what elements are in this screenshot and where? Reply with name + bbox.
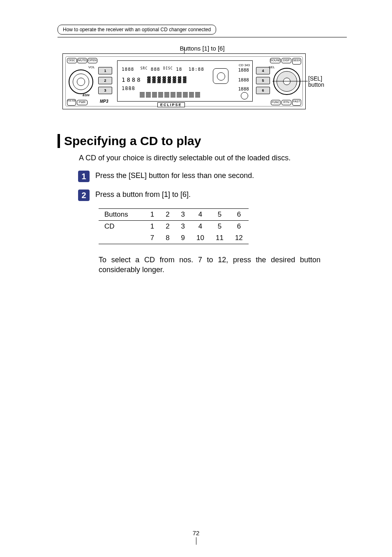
device-diagram: DISC MUTE OPEN VOL ESN FM AM PWR 1 2 3 C… [62, 53, 342, 109]
seek-button[interactable]: SEEK [292, 58, 301, 65]
seg-row1-mid: 888 [151, 67, 160, 72]
brand-label: ECLIPSE [157, 102, 185, 107]
breadcrumb: How to operate the receiver with an opti… [58, 25, 216, 35]
fm-am-button[interactable]: FM AM [67, 99, 76, 106]
preset-button-6[interactable]: 6 [256, 87, 270, 94]
rtn-button[interactable]: RTN [281, 100, 291, 105]
table-cell: 6 [229, 221, 249, 233]
table-row: CD 1 2 3 4 5 6 [99, 221, 249, 233]
sel-callout-line2: button [308, 81, 324, 88]
sound-button[interactable]: SOUND [270, 58, 281, 63]
seg-side-2: 1888 [238, 77, 249, 83]
mute-button[interactable]: MUTE [77, 58, 87, 63]
esn-label: ESN [83, 93, 89, 97]
seg-row1-left: 1888 [122, 67, 134, 72]
table-cell: 2 [160, 209, 175, 221]
step-2-text: Press a button from [1] to [6]. [95, 190, 191, 199]
table-cell: 11 [210, 232, 229, 244]
table-row: Buttons 1 2 3 4 5 6 [99, 209, 249, 221]
car-stereo-faceplate: DISC MUTE OPEN VOL ESN FM AM PWR 1 2 3 C… [62, 53, 306, 109]
table-cell: 6 [229, 209, 249, 221]
table-cell: 10 [191, 232, 210, 244]
volume-knob[interactable] [69, 69, 93, 94]
table-row-label: CD [99, 221, 145, 233]
table-cell: 12 [229, 232, 249, 244]
preset-buttons-right: 4 5 6 [256, 67, 270, 97]
fast-button[interactable]: FAST [292, 99, 301, 106]
sel-callout-line1: [SEL] [308, 75, 322, 82]
preset-button-3[interactable]: 3 [98, 87, 112, 94]
disc-button[interactable]: DISC [67, 58, 77, 63]
brightness-icon [213, 68, 228, 84]
sel-knob[interactable] [273, 68, 300, 95]
preset-button-2[interactable]: 2 [98, 77, 112, 84]
spectrum-bars [140, 92, 200, 98]
seg-side-1: 1888 [238, 67, 249, 73]
disc-icon [241, 92, 248, 99]
pwr-button[interactable]: PWR [77, 100, 88, 105]
seg-row1-mid2: 18 [176, 67, 182, 72]
lcd-display: CD 343 1888 SRC 888 DISC 18 18:88 1888 ▓… [117, 60, 253, 102]
disp-button[interactable]: DISP [281, 58, 291, 63]
table-cell: 9 [175, 232, 191, 244]
step-1-text: Press the [SEL] button for less than one… [95, 171, 254, 180]
top-rule [58, 37, 347, 37]
table-cell: 7 [145, 232, 160, 244]
mp3-label: MP3 [100, 99, 108, 104]
step-2-badge: 2 [78, 190, 90, 201]
section-intro: A CD of your choice is directly selectab… [79, 154, 347, 162]
table-cell: 4 [191, 221, 210, 233]
seg-row3-left: 1888 [122, 86, 135, 91]
seg-disc-label: DISC [163, 67, 173, 70]
preset-button-5[interactable]: 5 [256, 77, 270, 84]
step-2: 2 Press a button from [1] to [6]. [78, 190, 347, 201]
table-cell: 5 [210, 221, 229, 233]
sel-callout: [SEL] button [308, 76, 324, 88]
vol-label: VOL [88, 65, 95, 69]
sel-label: SEL [269, 65, 275, 69]
table-cell: 4 [191, 209, 210, 221]
func-button[interactable]: FUNC [271, 100, 281, 105]
button-cd-table: Buttons 1 2 3 4 5 6 CD 1 2 3 4 5 6 7 8 9… [99, 208, 249, 244]
table-header-label: Buttons [99, 209, 145, 221]
table-cell: 5 [210, 209, 229, 221]
table-cell: 2 [160, 221, 175, 233]
preset-buttons-left: 1 2 3 [98, 67, 112, 97]
model-label: CD 343 [239, 63, 250, 67]
page-number: 72 [0, 529, 392, 545]
table-cell: 1 [145, 221, 160, 233]
seg-src-label: SRC [141, 67, 148, 70]
table-cell: 8 [160, 232, 175, 244]
sel-leader-line [272, 81, 308, 81]
preset-button-1[interactable]: 1 [98, 67, 112, 74]
preset-button-4[interactable]: 4 [256, 67, 270, 74]
table-cell: 3 [175, 209, 191, 221]
open-button[interactable]: OPEN [88, 58, 97, 63]
step-1-badge: 1 [78, 171, 90, 182]
step-1: 1 Press the [SEL] button for less than o… [78, 171, 347, 182]
table-row: 7 8 9 10 11 12 [99, 232, 249, 244]
section-note: To select a CD from nos. 7 to 12, press … [99, 255, 321, 275]
seg-row2-left: 1888 [122, 76, 142, 83]
table-cell: 3 [175, 221, 191, 233]
section-heading: Specifying a CD to play [58, 134, 347, 148]
table-cell: 1 [145, 209, 160, 221]
seg-row1-time: 18:88 [189, 67, 204, 72]
seg-side-3: 1888 [238, 86, 249, 92]
diagram-caption-top: Buttons [1] to [6] [58, 45, 347, 52]
